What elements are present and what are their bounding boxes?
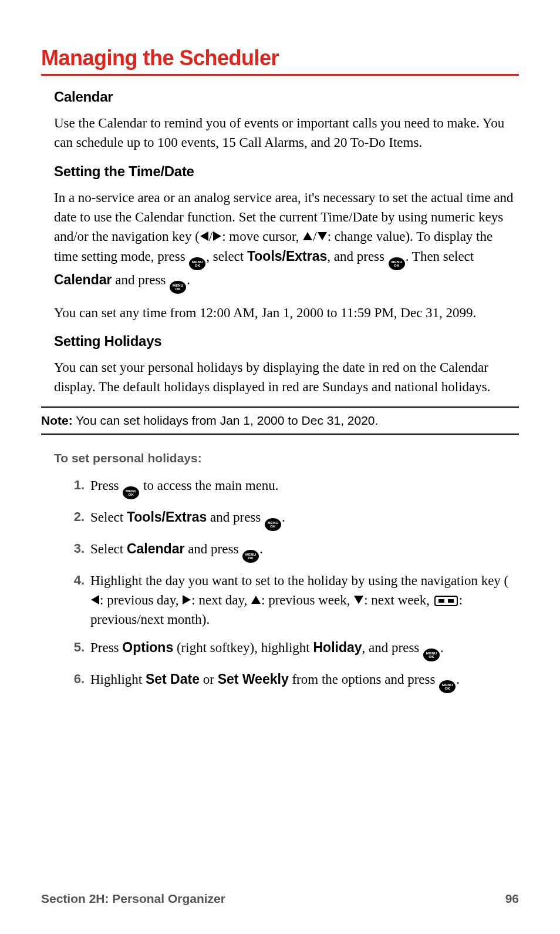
set-weekly-label: Set Weekly bbox=[218, 671, 289, 687]
nav-down-icon bbox=[354, 596, 363, 604]
step-5: 5. Press Options (right softkey), highli… bbox=[69, 638, 515, 661]
menu-ok-icon: MENUOK bbox=[242, 550, 259, 563]
text-fragment: : move cursor, bbox=[222, 229, 302, 244]
heading-calendar: Calendar bbox=[54, 89, 515, 105]
page-title: Managing the Scheduler bbox=[41, 46, 519, 76]
menu-ok-icon: MENUOK bbox=[389, 257, 405, 270]
options-label: Options bbox=[122, 640, 173, 655]
page-footer: Section 2H: Personal Organizer 96 bbox=[41, 892, 519, 906]
nav-up-icon bbox=[251, 596, 261, 604]
text-fragment: Highlight the day you want to set to the… bbox=[90, 573, 508, 588]
text-fragment: : next day, bbox=[191, 593, 251, 607]
step-4: 4. Highlight the day you want to set to … bbox=[69, 571, 515, 630]
text-fragment: and press bbox=[112, 273, 169, 287]
calendar-description: Use the Calendar to remind you of events… bbox=[54, 113, 515, 153]
holidays-description: You can set your personal holidays by di… bbox=[54, 358, 515, 397]
page-number: 96 bbox=[505, 892, 519, 906]
steps-lead: To set personal holidays: bbox=[54, 451, 515, 465]
text-fragment: Select bbox=[90, 542, 127, 556]
text-fragment: and press bbox=[207, 510, 264, 525]
text-fragment: and press bbox=[184, 542, 242, 556]
menu-ok-icon: MENUOK bbox=[265, 518, 281, 531]
text-fragment: , and press bbox=[327, 249, 387, 264]
nav-right-icon bbox=[183, 595, 191, 604]
text-fragment: . bbox=[456, 672, 460, 687]
step-number: 6. bbox=[65, 670, 85, 688]
time-range-note: You can set any time from 12:00 AM, Jan … bbox=[54, 303, 515, 322]
step-number: 4. bbox=[65, 571, 85, 590]
text-fragment: . bbox=[187, 273, 190, 287]
text-fragment: : next week, bbox=[364, 593, 433, 607]
tools-extras-label: Tools/Extras bbox=[127, 509, 207, 525]
nav-up-icon bbox=[303, 232, 312, 240]
step-number: 3. bbox=[65, 539, 85, 558]
step-1: 1. Press MENUOK to access the main menu. bbox=[69, 476, 515, 499]
nav-down-icon bbox=[318, 232, 327, 240]
nav-left-icon bbox=[200, 231, 208, 241]
menu-ok-icon: MENUOK bbox=[123, 486, 139, 499]
step-2: 2. Select Tools/Extras and press MENUOK. bbox=[69, 508, 515, 531]
note-text: You can set holidays from Jan 1, 2000 to… bbox=[73, 414, 379, 427]
text-fragment: , select bbox=[206, 249, 247, 264]
text-fragment: . Then select bbox=[406, 249, 474, 264]
nav-right-icon bbox=[213, 231, 221, 241]
set-date-label: Set Date bbox=[146, 671, 200, 687]
step-number: 1. bbox=[65, 476, 85, 495]
nav-left-icon bbox=[91, 595, 99, 604]
note-label: Note: bbox=[41, 414, 73, 427]
step-number: 5. bbox=[65, 638, 85, 657]
heading-time-date: Setting the Time/Date bbox=[54, 163, 515, 180]
section-label: Section 2H: Personal Organizer bbox=[41, 892, 225, 906]
text-fragment: from the options and press bbox=[289, 672, 439, 687]
calendar-label: Calendar bbox=[127, 541, 184, 556]
text-fragment: : previous week, bbox=[261, 593, 353, 607]
step-number: 2. bbox=[65, 508, 85, 526]
menu-ok-icon: MENUOK bbox=[439, 680, 456, 693]
text-fragment: Press bbox=[90, 640, 122, 655]
text-fragment: , and press bbox=[362, 640, 423, 655]
menu-ok-icon: MENUOK bbox=[423, 649, 440, 661]
holiday-label: Holiday bbox=[313, 640, 362, 655]
menu-ok-icon: MENUOK bbox=[189, 257, 205, 270]
text-fragment: . bbox=[259, 542, 263, 556]
text-fragment: (right softkey), highlight bbox=[173, 640, 313, 655]
text-fragment: Select bbox=[90, 510, 127, 525]
tools-extras-label: Tools/Extras bbox=[247, 248, 327, 264]
rocker-icon bbox=[434, 596, 458, 606]
heading-holidays: Setting Holidays bbox=[54, 333, 515, 350]
text-fragment: Highlight bbox=[90, 672, 146, 687]
text-fragment: to access the main menu. bbox=[140, 478, 278, 493]
text-fragment: : previous day, bbox=[100, 593, 182, 607]
menu-ok-icon: MENUOK bbox=[170, 281, 186, 294]
text-fragment: . bbox=[282, 510, 285, 525]
time-date-instructions: In a no-service area or an analog servic… bbox=[54, 188, 515, 294]
step-6: 6. Highlight Set Date or Set Weekly from… bbox=[69, 670, 515, 693]
text-fragment: . bbox=[440, 640, 444, 655]
steps-list: 1. Press MENUOK to access the main menu.… bbox=[54, 476, 515, 693]
text-fragment: or bbox=[200, 672, 218, 687]
note-box: Note: You can set holidays from Jan 1, 2… bbox=[41, 406, 519, 435]
calendar-label: Calendar bbox=[54, 272, 112, 287]
step-3: 3. Select Calendar and press MENUOK. bbox=[69, 539, 515, 563]
content-area: Calendar Use the Calendar to remind you … bbox=[41, 89, 519, 693]
text-fragment: Press bbox=[90, 478, 122, 493]
